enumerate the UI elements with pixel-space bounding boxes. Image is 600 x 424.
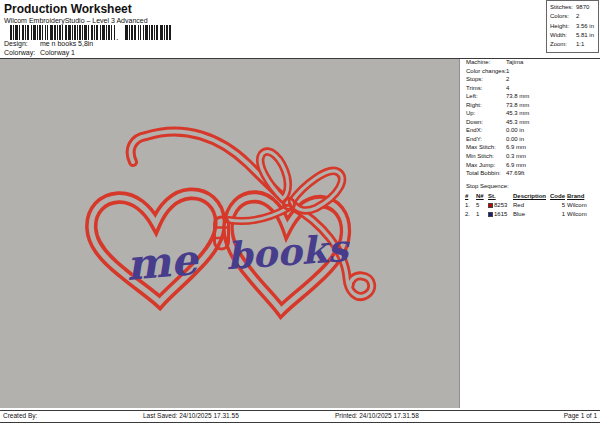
stop-sequence-table: # N# St. Description Code Brand 1. 5 825… [464, 192, 593, 219]
endx-value: 0.00 in [506, 127, 524, 133]
height-value: 3.56 in [576, 23, 594, 29]
colorway-row: Colorway: Colorway 1 [4, 49, 75, 56]
trims-label: Trims: [466, 85, 506, 91]
footer-divider-bottom [0, 422, 600, 423]
machine-info-panel: Machine:Tajima Color changes:1 Stops:2 T… [461, 59, 600, 219]
right-heart-word: books [225, 226, 352, 279]
row1-st: 8253 [494, 202, 507, 208]
height-label: Height: [550, 23, 576, 29]
design-value: me n books 5,8in [40, 40, 93, 47]
stitches-value: 9870 [576, 4, 589, 10]
up-label: Up: [466, 110, 506, 116]
bow-left-loop [260, 151, 288, 199]
colorway-value: Colorway 1 [40, 49, 75, 56]
total-bobbin-value: 47.69ft [506, 170, 524, 176]
colors-label: Colors: [550, 13, 576, 19]
machine-value: Tajima [506, 59, 523, 65]
app-subtitle: Wilcom EmbroideryStudio – Level 3 Advanc… [4, 17, 148, 24]
endx-label: EndX: [466, 127, 506, 133]
width-label: Width: [550, 32, 576, 38]
row2-code: 1 [549, 210, 566, 219]
trims-value: 4 [506, 85, 509, 91]
endy-value: 0.00 in [506, 136, 524, 142]
row2-description: Blue [512, 210, 549, 219]
row1-code: 5 [549, 201, 566, 210]
barcode-separator: , [116, 32, 119, 41]
design-label: Design: [4, 40, 38, 47]
min-stitch-label: Min Stitch: [466, 153, 506, 159]
embroidery-design: me books [0, 59, 460, 408]
row2-num: 2. [464, 210, 475, 219]
stitches-label: Stitches: [550, 4, 576, 10]
stops-value: 2 [506, 76, 509, 82]
page-title: Production Worksheet [4, 2, 132, 16]
col-desc: Description [512, 192, 549, 201]
total-bobbin-label: Total Bobbin: [466, 170, 506, 176]
left-heart-word: me [124, 235, 201, 290]
col-n: N# [475, 192, 487, 201]
col-code: Code [549, 192, 566, 201]
col-num: # [464, 192, 475, 201]
thread-swatch-blue [488, 212, 493, 217]
last-saved-text: Last Saved: 24/10/2025 17.31.55 [143, 412, 239, 419]
created-by-label: Created By: [3, 412, 37, 419]
row1-description: Red [512, 201, 549, 210]
row2-brand: Wilcom [566, 210, 593, 219]
zoom-value: 1:1 [576, 41, 584, 47]
endy-label: EndY: [466, 136, 506, 142]
color-changes-value: 1 [506, 68, 509, 74]
min-stitch-value: 0.3 mm [506, 153, 526, 159]
row1-thread: 8253 [487, 201, 512, 210]
row2-n: 1 [475, 210, 487, 219]
table-row: 1. 5 8253 Red 5 Wilcom [464, 201, 593, 210]
max-stitch-value: 6.9 mm [506, 144, 526, 150]
colorway-label: Colorway: [4, 49, 38, 56]
row1-n: 5 [475, 201, 487, 210]
design-row: Design: me n books 5,8in [4, 40, 93, 47]
design-canvas: me books [0, 59, 460, 408]
max-stitch-label: Max Stitch: [466, 144, 506, 150]
down-label: Down: [466, 119, 506, 125]
left-label: Left: [466, 93, 506, 99]
col-st: St. [487, 192, 512, 201]
width-value: 5.81 in [576, 32, 594, 38]
right-label: Right: [466, 102, 506, 108]
stops-label: Stops: [466, 76, 506, 82]
col-brand: Brand [566, 192, 593, 201]
printed-text: Printed: 24/10/2025 17.31.58 [335, 412, 419, 419]
left-value: 73.8 mm [506, 93, 529, 99]
zoom-label: Zoom: [550, 41, 576, 47]
right-value: 73.8 mm [506, 102, 529, 108]
row2-thread: 1615 [487, 210, 512, 219]
row2-st: 1615 [494, 211, 507, 217]
max-jump-value: 6.9 mm [506, 162, 526, 168]
production-worksheet-page: Production Worksheet Wilcom EmbroiderySt… [0, 0, 600, 424]
machine-label: Machine: [466, 59, 506, 65]
stop-sequence-label: Stop Sequence: [461, 183, 600, 192]
thread-swatch-red [488, 203, 493, 208]
colors-value: 2 [576, 13, 579, 19]
down-value: 45.3 mm [506, 119, 529, 125]
row1-num: 1. [464, 201, 475, 210]
stop-sequence-header-row: # N# St. Description Code Brand [464, 192, 593, 201]
up-value: 45.3 mm [506, 110, 529, 116]
table-row: 2. 1 1615 Blue 1 Wilcom [464, 210, 593, 219]
design-stats-box: Stitches:9870 Colors:2 Height:3.56 in Wi… [546, 0, 599, 53]
color-changes-label: Color changes: [466, 68, 506, 74]
page-number: Page 1 of 1 [564, 412, 597, 419]
footer-divider-top [0, 410, 600, 411]
row1-brand: Wilcom [566, 201, 593, 210]
barcode: , [9, 25, 174, 40]
max-jump-label: Max Jump: [466, 162, 506, 168]
